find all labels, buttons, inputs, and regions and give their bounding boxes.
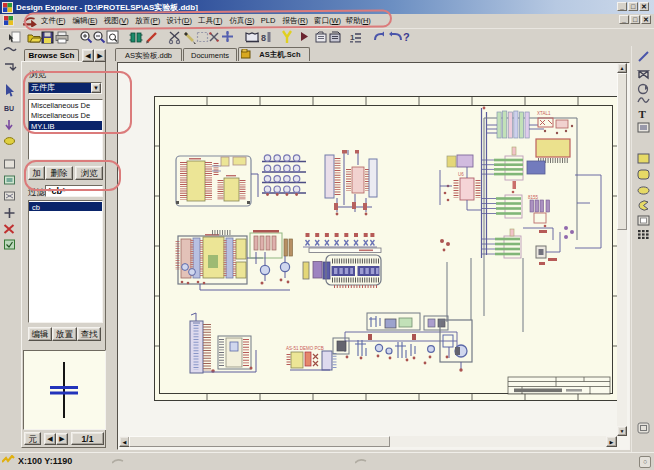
svg-text:U6: U6 — [458, 172, 464, 177]
svg-text:8155: 8155 — [528, 195, 539, 200]
svg-text:BU: BU — [4, 105, 14, 112]
svg-text:T: T — [639, 108, 647, 120]
svg-text:?: ? — [403, 31, 410, 43]
svg-text:1: 1 — [350, 33, 355, 42]
svg-text:8: 8 — [261, 33, 266, 43]
svg-text:AS-51 DEMO PCB: AS-51 DEMO PCB — [286, 346, 324, 351]
svg-text:XTAL1: XTAL1 — [537, 111, 551, 116]
